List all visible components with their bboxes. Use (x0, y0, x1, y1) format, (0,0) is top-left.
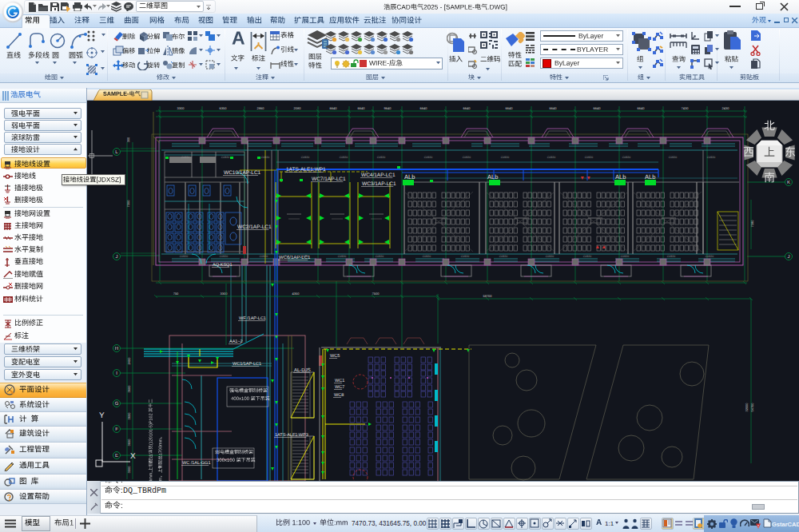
svg-text:WC7: WC7 (335, 385, 344, 390)
svg-text:C0920: C0920 (707, 156, 715, 159)
svg-text:WC10/1AP-LC1: WC10/1AP-LC1 (224, 170, 261, 176)
svg-text:3600: 3600 (127, 439, 131, 447)
svg-text:WC4/1AP-LC1: WC4/1AP-LC1 (361, 173, 396, 178)
svg-text:3600: 3600 (127, 385, 131, 393)
svg-text:C0920: C0920 (261, 156, 269, 159)
svg-text:C0920: C0920 (377, 156, 385, 159)
svg-text:7500: 7500 (372, 292, 380, 296)
svg-text:ALb: ALb (487, 173, 498, 181)
svg-text:9640: 9640 (384, 106, 392, 110)
svg-text:1ATS-ALE1:WP1: 1ATS-ALE1:WP1 (286, 167, 326, 173)
svg-text:ALb: ALb (615, 173, 626, 181)
svg-text:WC3/1AP-LC1: WC3/1AP-LC1 (362, 181, 396, 187)
svg-text:6640: 6640 (420, 106, 428, 110)
svg-text:WC8: WC8 (334, 393, 344, 398)
svg-text:H: H (115, 346, 118, 351)
svg-text:750: 750 (173, 292, 179, 296)
svg-text:6350: 6350 (220, 106, 228, 110)
svg-text:C0920: C0920 (546, 255, 554, 258)
svg-text:C0920: C0920 (667, 255, 675, 258)
svg-text:58700: 58700 (483, 294, 492, 298)
svg-text:WC1: WC1 (335, 379, 344, 383)
svg-text:G: G (115, 401, 119, 407)
svg-text:ALb: ALb (404, 173, 415, 181)
svg-text:Y: Y (99, 411, 105, 420)
svg-text:C0920: C0920 (463, 156, 471, 159)
svg-text:6640: 6640 (594, 106, 602, 110)
svg-text:C0920: C0920 (181, 156, 189, 159)
svg-text:WC1/1AP-LC1: WC1/1AP-LC1 (233, 362, 261, 367)
svg-text:J: J (116, 254, 118, 260)
svg-text:C0920: C0920 (180, 255, 188, 258)
svg-text:C0920: C0920 (547, 156, 555, 159)
svg-text:C0920: C0920 (669, 156, 677, 159)
svg-text:2080: 2080 (294, 106, 302, 110)
svg-text:K: K (787, 180, 790, 185)
svg-text:X: X (130, 452, 136, 461)
svg-text:J: J (788, 254, 790, 260)
svg-text:WC7/1AP-LC1: WC7/1AP-LC1 (312, 177, 346, 182)
svg-text:WF /1AP-LC1: WF /1AP-LC1 (239, 316, 266, 321)
svg-text:C0920: C0920 (621, 255, 629, 258)
svg-text:6640: 6640 (358, 106, 366, 110)
svg-text:E: E (115, 453, 118, 459)
svg-text:C0920: C0920 (260, 255, 268, 258)
svg-text:C0920: C0920 (499, 255, 507, 258)
svg-text:C0920: C0920 (220, 255, 228, 258)
svg-text:C0920: C0920 (424, 156, 432, 159)
svg-text:AL-DJS: AL-DJS (294, 367, 311, 373)
svg-text:C0920: C0920 (300, 255, 308, 258)
svg-text:300: 300 (126, 137, 130, 142)
svg-text:7300: 7300 (126, 200, 130, 208)
svg-text:32000: 32000 (745, 403, 749, 412)
svg-text:WC5: WC5 (330, 354, 340, 359)
svg-text:C0920: C0920 (706, 255, 714, 258)
svg-text:3600: 3600 (127, 412, 131, 420)
svg-text:3300: 3300 (221, 292, 229, 296)
svg-text:F: F (115, 427, 118, 432)
svg-text:C0920: C0920 (583, 255, 591, 258)
svg-text:6640: 6640 (463, 106, 471, 110)
svg-text:AQ-KSQ1: AQ-KSQ1 (213, 263, 232, 268)
svg-text:C0920: C0920 (221, 156, 229, 159)
svg-text:C0920: C0920 (376, 255, 384, 258)
svg-text:C0920: C0920 (340, 156, 348, 159)
svg-text:C0920: C0920 (423, 255, 431, 258)
svg-text:2400: 2400 (127, 357, 131, 365)
svg-text:ALb: ALb (645, 173, 655, 181)
svg-text:C0920: C0920 (501, 156, 509, 159)
svg-text:C0920: C0920 (622, 156, 630, 159)
svg-text:6640: 6640 (330, 106, 338, 110)
svg-text:C0920: C0920 (585, 156, 593, 159)
svg-text:7380: 7380 (750, 220, 754, 228)
svg-text:C0920: C0920 (301, 156, 309, 159)
svg-text:1ATS-ALF1:WP3: 1ATS-ALF1:WP3 (275, 433, 308, 438)
svg-text:WC /1AL-GG1: WC /1AL-GG1 (182, 461, 210, 466)
svg-text:C0920: C0920 (461, 255, 469, 258)
svg-text:54700: 54700 (750, 403, 754, 412)
svg-text:C0920: C0920 (338, 255, 346, 258)
svg-text:4350: 4350 (292, 292, 300, 296)
svg-text:2430: 2430 (722, 106, 730, 110)
svg-text:AA1~2: AA1~2 (229, 339, 243, 344)
svg-text:WC2/1AP-LC1: WC2/1AP-LC1 (237, 224, 272, 230)
svg-text:7430: 7430 (682, 106, 690, 110)
svg-text:6640: 6640 (506, 106, 514, 110)
svg-text:6640: 6640 (638, 106, 646, 110)
svg-text:2860: 2860 (257, 106, 265, 110)
svg-text:3000: 3000 (127, 466, 131, 474)
svg-text:3300: 3300 (177, 106, 185, 110)
svg-text:6640: 6640 (550, 106, 558, 110)
